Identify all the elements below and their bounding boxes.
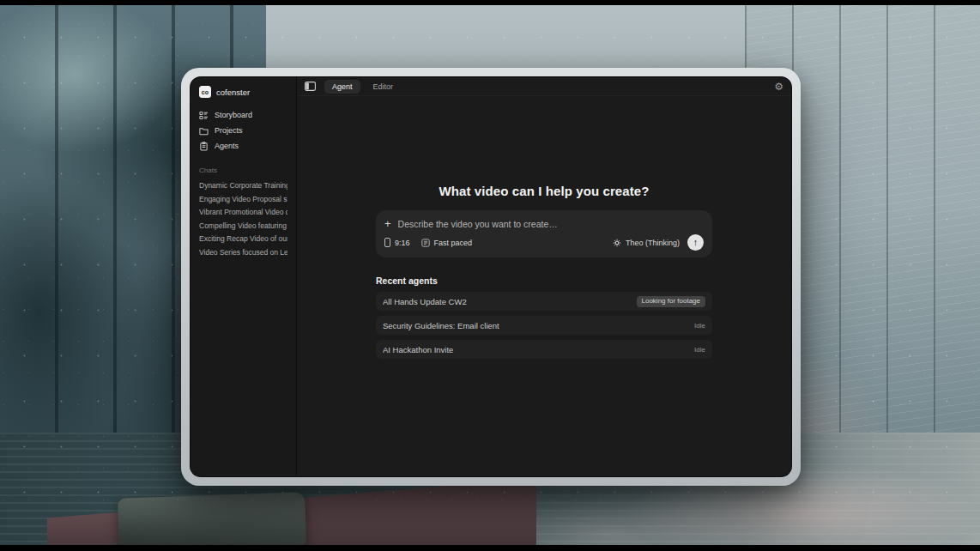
chats-header: Chats [199,167,287,174]
chat-item[interactable]: Video Series focused on Leaders… [199,246,287,260]
recent-agents-header: Recent agents [376,276,712,286]
tab-agent[interactable]: Agent [324,80,360,94]
sidebar-item-agents[interactable]: Agents [199,140,287,152]
composer-options-row: 9:16 Fast paced [384,234,704,251]
app-panel: co cofenster Storyboard [190,76,792,477]
chat-item[interactable]: Exciting Recap Video of our recen… [199,233,287,246]
chat-item[interactable]: Engaging Video Proposal showca… [199,193,287,207]
agent-title: All Hands Update CW2 [383,297,637,306]
agent-list: All Hands Update CW2 Looking for footage… [376,292,712,359]
video-prompt-composer: + 9:16 [376,210,712,257]
pacing-chip[interactable]: Fast paced [421,239,473,247]
chat-item[interactable]: Compelling Video featuring empl… [199,220,287,233]
main-content: What video can I help you create? + 9:16 [297,96,791,476]
model-name: Theo (Thinking) [626,239,680,247]
cofenster-logo: co [199,86,211,98]
agent-title: Security Guidelines: Email client [383,321,694,330]
agent-row[interactable]: AI Hackathon Invite Idle [376,340,712,359]
clipboard-icon [199,142,209,151]
status-text: Idle [694,322,705,330]
plus-icon[interactable]: + [384,218,391,229]
folder-icon [199,126,209,136]
tab-editor[interactable]: Editor [366,80,402,94]
pacing-icon [421,239,430,247]
aspect-ratio-value: 9:16 [395,239,410,247]
chat-item[interactable]: Vibrant Promotional Video capturi… [199,206,287,220]
sidebar-nav: Storyboard Projects Agents [199,109,287,152]
page-title: What video can I help you create? [439,184,649,198]
chat-item[interactable]: Dynamic Corporate Training Vide… [199,179,287,193]
storyboard-icon [199,111,209,120]
composer-input-row: + [384,218,704,229]
brand-row: co cofenster [199,85,287,99]
sidebar-item-projects[interactable]: Projects [199,124,287,136]
recent-agents-section: Recent agents All Hands Update CW2 Looki… [376,276,712,359]
model-selector[interactable]: Theo (Thinking) [613,239,680,247]
app-window: co cofenster Storyboard [181,68,801,486]
portrait-phone-icon [384,238,390,247]
status-badge: Looking for footage [637,296,706,307]
sidebar-item-label: Projects [215,126,243,135]
agent-row[interactable]: Security Guidelines: Email client Idle [376,316,712,335]
sidebar-item-storyboard[interactable]: Storyboard [199,109,287,121]
main-area: Agent Editor ⚙ What video can I help you… [297,77,791,476]
chat-list: Dynamic Corporate Training Vide… Engagin… [199,179,287,260]
brand-name: cofenster [216,88,250,97]
video-description-input[interactable] [398,219,704,229]
agent-row[interactable]: All Hands Update CW2 Looking for footage [376,292,712,311]
pacing-value: Fast paced [434,239,473,247]
agent-title: AI Hackathon Invite [383,345,694,354]
settings-gear-icon[interactable]: ⚙ [774,82,783,92]
sidebar-item-label: Storyboard [215,111,252,119]
sidebar-toggle-icon[interactable] [305,82,316,91]
aspect-ratio-chip[interactable]: 9:16 [384,238,410,247]
status-text: Idle [694,346,705,354]
topbar: Agent Editor ⚙ [297,77,791,96]
sidebar-item-label: Agents [215,142,239,150]
send-button[interactable]: ↑ [687,234,704,251]
composer-right-group: Theo (Thinking) ↑ [613,234,704,251]
sidebar: co cofenster Storyboard [191,77,297,476]
sparkle-icon [613,239,621,247]
